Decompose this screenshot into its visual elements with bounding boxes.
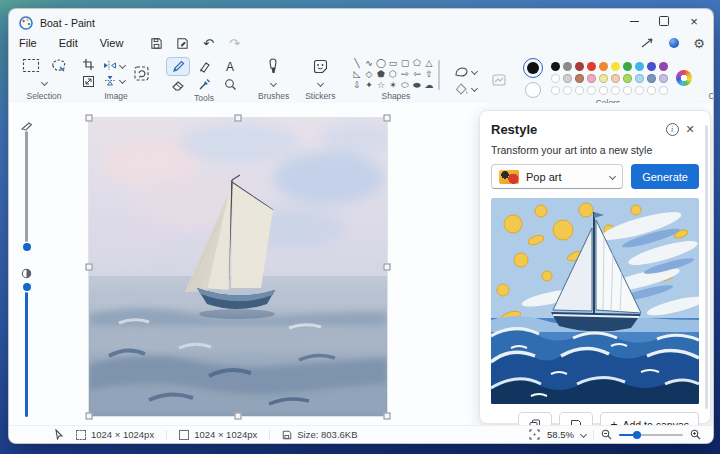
selection-handle[interactable] bbox=[384, 115, 391, 122]
shape-tool[interactable]: ▢ bbox=[399, 58, 410, 69]
color-swatch[interactable] bbox=[659, 62, 668, 71]
selection-dropdown-chevron-icon[interactable] bbox=[40, 78, 47, 85]
color-swatch[interactable] bbox=[563, 62, 572, 71]
shape-tool[interactable]: ◺ bbox=[351, 69, 362, 80]
restyle-info-button[interactable]: i bbox=[663, 121, 681, 137]
empty-color-slot[interactable] bbox=[551, 86, 560, 95]
selection-handle[interactable] bbox=[235, 413, 242, 420]
shape-tool[interactable]: ☆ bbox=[375, 80, 386, 91]
shape-tool[interactable]: ⇩ bbox=[351, 80, 362, 91]
save-button[interactable] bbox=[145, 35, 167, 51]
color-swatch[interactable] bbox=[563, 74, 572, 83]
shape-tool[interactable]: ⬬ bbox=[411, 80, 422, 91]
color-swatch[interactable] bbox=[587, 62, 596, 71]
color-swatch[interactable] bbox=[611, 62, 620, 71]
minimize-button[interactable] bbox=[619, 11, 649, 31]
stickers-dropdown-chevron-icon[interactable] bbox=[317, 79, 324, 86]
empty-color-slot[interactable] bbox=[659, 86, 668, 95]
brush-size-slider[interactable] bbox=[25, 131, 28, 249]
empty-color-slot[interactable] bbox=[611, 86, 620, 95]
flip-vertical-icon[interactable] bbox=[103, 75, 117, 86]
color-swatch[interactable] bbox=[623, 74, 632, 83]
shape-tool[interactable]: ⬡ bbox=[387, 69, 398, 80]
brush-icon[interactable] bbox=[266, 58, 281, 76]
zoom-in-icon[interactable] bbox=[690, 429, 701, 440]
shape-tool[interactable]: ⇦ bbox=[411, 69, 422, 80]
copilot-orb-icon[interactable] bbox=[669, 38, 679, 48]
shape-tool[interactable]: △ bbox=[423, 58, 434, 69]
text-tool-icon[interactable]: A bbox=[226, 60, 234, 74]
empty-color-slot[interactable] bbox=[575, 86, 584, 95]
shape-tool[interactable]: ▭ bbox=[387, 58, 398, 69]
shape-tool[interactable]: ⬭ bbox=[399, 80, 410, 91]
panel-scrollbar[interactable] bbox=[705, 125, 708, 409]
color-swatch[interactable] bbox=[635, 74, 644, 83]
color-swatch[interactable] bbox=[599, 74, 608, 83]
empty-color-slot[interactable] bbox=[635, 86, 644, 95]
shape-tool[interactable]: ✶ bbox=[387, 80, 398, 91]
outline-chevron-icon[interactable] bbox=[471, 68, 478, 75]
shape-tool[interactable]: ☁ bbox=[423, 80, 434, 91]
marker-tool-icon[interactable] bbox=[198, 60, 211, 73]
generate-button[interactable]: Generate bbox=[631, 164, 699, 189]
menu-view[interactable]: View bbox=[100, 37, 124, 49]
shape-tool[interactable]: ⇧ bbox=[423, 69, 434, 80]
shape-tool[interactable]: ◇ bbox=[363, 69, 374, 80]
opacity-slider[interactable] bbox=[25, 285, 28, 417]
shape-tool[interactable]: ⬠ bbox=[411, 58, 422, 69]
empty-color-slot[interactable] bbox=[587, 86, 596, 95]
zoom-slider-thumb[interactable] bbox=[633, 431, 641, 439]
menu-edit[interactable]: Edit bbox=[59, 37, 78, 49]
crop-icon[interactable] bbox=[82, 58, 95, 71]
secondary-color-swatch[interactable] bbox=[525, 82, 541, 98]
flip-vertical-chevron-icon[interactable] bbox=[119, 77, 126, 84]
pencil-tool-icon[interactable] bbox=[166, 57, 190, 76]
shape-tool[interactable]: ⇨ bbox=[399, 69, 410, 80]
brushes-dropdown-chevron-icon[interactable] bbox=[270, 80, 277, 87]
flip-horizontal-chevron-icon[interactable] bbox=[119, 62, 126, 69]
empty-color-slot[interactable] bbox=[647, 86, 656, 95]
shape-outline-icon[interactable] bbox=[454, 66, 469, 78]
shape-tool[interactable]: ✦ bbox=[363, 80, 374, 91]
selection-handle[interactable] bbox=[384, 413, 391, 420]
shape-tool[interactable]: ◯ bbox=[375, 58, 386, 69]
shape-tool[interactable]: ╲ bbox=[351, 58, 362, 69]
canvas[interactable] bbox=[89, 118, 387, 416]
color-swatch[interactable] bbox=[647, 62, 656, 71]
empty-color-slot[interactable] bbox=[563, 86, 572, 95]
save-as-button[interactable] bbox=[171, 35, 193, 51]
color-swatch[interactable] bbox=[659, 74, 668, 83]
stroke-size-icon[interactable] bbox=[491, 73, 507, 87]
zoom-level-value[interactable]: 58.5% bbox=[547, 429, 574, 440]
color-swatch[interactable] bbox=[611, 74, 620, 83]
edit-colors-wheel-icon[interactable] bbox=[676, 70, 692, 86]
selection-handle[interactable] bbox=[86, 115, 93, 122]
color-swatch[interactable] bbox=[551, 74, 560, 83]
eyedropper-tool-icon[interactable] bbox=[198, 78, 211, 91]
zoom-out-icon[interactable] bbox=[601, 429, 612, 440]
copilot-icon[interactable] bbox=[713, 58, 714, 75]
selection-handle[interactable] bbox=[384, 264, 391, 271]
maximize-button[interactable] bbox=[649, 11, 679, 31]
menu-file[interactable]: File bbox=[19, 37, 37, 49]
color-swatch[interactable] bbox=[647, 74, 656, 83]
shape-tool[interactable]: ⬟ bbox=[375, 69, 386, 80]
magnifier-tool-icon[interactable] bbox=[224, 78, 237, 91]
settings-gear-icon[interactable]: ⚙ bbox=[693, 36, 705, 51]
redo-button[interactable]: ↷ bbox=[223, 35, 245, 51]
fill-chevron-icon[interactable] bbox=[471, 85, 478, 92]
sticker-icon[interactable] bbox=[312, 58, 329, 75]
color-swatch[interactable] bbox=[575, 62, 584, 71]
color-swatch[interactable] bbox=[635, 62, 644, 71]
shape-tool[interactable]: ∿ bbox=[363, 58, 374, 69]
selection-handle[interactable] bbox=[86, 413, 93, 420]
selection-handle[interactable] bbox=[86, 264, 93, 271]
resize-icon[interactable] bbox=[82, 75, 95, 88]
color-swatch[interactable] bbox=[575, 74, 584, 83]
undo-button[interactable]: ↶ bbox=[197, 35, 219, 51]
rotate-icon[interactable] bbox=[133, 65, 150, 82]
restyle-close-button[interactable]: ✕ bbox=[681, 121, 699, 137]
selection-handle[interactable] bbox=[235, 115, 242, 122]
color-swatch[interactable] bbox=[623, 62, 632, 71]
color-swatch[interactable] bbox=[587, 74, 596, 83]
